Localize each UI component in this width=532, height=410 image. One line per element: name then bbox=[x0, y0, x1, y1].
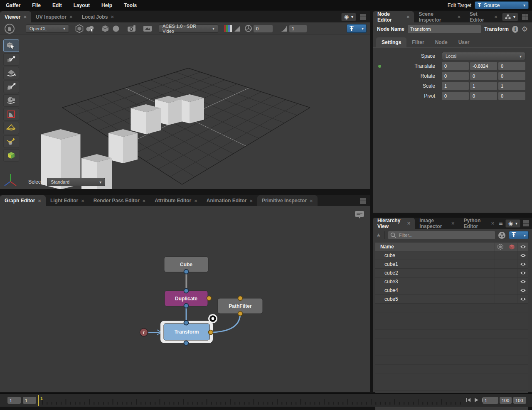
annotation-bubble-icon[interactable] bbox=[354, 210, 365, 219]
tab-light-editor[interactable]: Light Editor bbox=[46, 195, 89, 206]
visibility-toggle[interactable] bbox=[517, 260, 528, 268]
translate-y-field[interactable] bbox=[470, 62, 497, 70]
rotate-x-field[interactable] bbox=[442, 72, 469, 80]
space-dropdown[interactable]: Local bbox=[442, 52, 525, 60]
pivot-y-field[interactable] bbox=[470, 92, 497, 100]
range-end-field[interactable] bbox=[500, 397, 512, 404]
sphere-icon[interactable] bbox=[111, 24, 121, 34]
select-tool-icon[interactable] bbox=[3, 39, 19, 52]
tab-scene-inspector[interactable]: Scene Inspector bbox=[414, 11, 465, 22]
skip-to-start-icon[interactable] bbox=[465, 397, 471, 403]
menu-file[interactable]: File bbox=[26, 2, 47, 8]
hierarchy-pin-dropdown[interactable] bbox=[509, 231, 529, 239]
camera-drag-hand-icon[interactable] bbox=[5, 24, 15, 34]
tab-animation-editor[interactable]: Animation Editor bbox=[202, 195, 257, 206]
current-frame-field[interactable] bbox=[483, 397, 498, 404]
rotate-y-field[interactable] bbox=[470, 72, 497, 80]
close-tab-icon[interactable] bbox=[451, 221, 455, 226]
renderer-dropdown[interactable]: OpenGL bbox=[26, 25, 69, 33]
camera-tool-icon[interactable] bbox=[3, 94, 19, 107]
tab-graph-editor[interactable]: Graph Editor bbox=[0, 195, 46, 206]
viewport-3d[interactable]: Select Standard bbox=[0, 35, 370, 189]
close-tab-icon[interactable] bbox=[111, 14, 114, 20]
tab-image-inspector[interactable]: Image Inspector bbox=[415, 218, 459, 229]
subtab-node[interactable]: Node bbox=[430, 37, 453, 47]
hierarchy-row-cube5[interactable]: cube5 bbox=[375, 295, 528, 304]
drawing-mode-icon[interactable] bbox=[74, 24, 85, 34]
hierarchy-row-cube4[interactable]: cube4 bbox=[375, 286, 528, 295]
scale-z-field[interactable] bbox=[498, 82, 525, 90]
pin-scene-button[interactable] bbox=[341, 13, 356, 21]
tab-hierarchy-view[interactable]: Hierarchy View bbox=[373, 218, 415, 229]
layout-grid-icon[interactable] bbox=[360, 198, 366, 204]
name-column-header[interactable]: Name bbox=[375, 244, 495, 250]
info-icon[interactable] bbox=[512, 26, 518, 33]
translate-tool-icon[interactable] bbox=[3, 53, 19, 66]
light-position-tool-icon[interactable] bbox=[3, 135, 19, 148]
light-tool-icon[interactable] bbox=[3, 122, 19, 134]
hierarchy-row-cube3[interactable]: cube3 bbox=[375, 277, 528, 286]
playhead[interactable] bbox=[38, 395, 39, 406]
timeline-start-field[interactable] bbox=[7, 397, 21, 404]
visibility-column-header[interactable] bbox=[517, 243, 528, 251]
scene-view-cube-icon[interactable] bbox=[3, 149, 19, 162]
close-tab-icon[interactable] bbox=[23, 14, 27, 20]
scale-y-field[interactable] bbox=[470, 82, 497, 90]
visibility-toggle[interactable] bbox=[517, 295, 528, 303]
tab-python-editor[interactable]: Python Editor bbox=[459, 218, 499, 229]
close-tab-icon[interactable] bbox=[38, 198, 41, 204]
menu-edit[interactable]: Edit bbox=[47, 2, 68, 8]
visibility-toggle[interactable] bbox=[517, 269, 528, 277]
hierarchy-row-cube[interactable]: cube bbox=[375, 251, 528, 260]
layout-grid-icon[interactable] bbox=[522, 14, 528, 20]
scale-x-field[interactable] bbox=[442, 82, 469, 90]
timeline-frame-field[interactable] bbox=[23, 397, 36, 404]
hierarchy-row-cube1[interactable]: cube1 bbox=[375, 260, 528, 269]
menu-tools[interactable]: Tools bbox=[118, 2, 143, 8]
read-badge[interactable]: r bbox=[140, 329, 148, 336]
close-tab-icon[interactable] bbox=[406, 14, 410, 20]
menu-layout[interactable]: Layout bbox=[68, 2, 96, 8]
pin-scene-button[interactable] bbox=[505, 219, 520, 228]
close-tab-icon[interactable] bbox=[458, 14, 461, 20]
tab-primitive-inspector[interactable]: Primitive Inspector bbox=[257, 195, 318, 206]
rotate-z-field[interactable] bbox=[498, 72, 525, 80]
tab-attribute-editor[interactable]: Attribute Editor bbox=[150, 195, 202, 206]
menu-icon[interactable] bbox=[499, 220, 502, 227]
layout-grid-icon[interactable] bbox=[360, 14, 366, 20]
display-transform-dropdown[interactable]: ACES 1.0 - SDR Video bbox=[159, 25, 218, 33]
channels-icon[interactable] bbox=[224, 25, 232, 32]
edit-target-dropdown[interactable]: Source bbox=[475, 1, 529, 9]
close-tab-icon[interactable] bbox=[249, 198, 253, 204]
aperture-icon[interactable] bbox=[243, 24, 254, 34]
tab-uv-inspector[interactable]: UV Inspector bbox=[31, 11, 77, 22]
tab-viewer[interactable]: Viewer bbox=[0, 11, 31, 22]
close-tab-icon[interactable] bbox=[310, 198, 313, 204]
hierarchy-row-cube2[interactable]: cube2 bbox=[375, 269, 528, 277]
tab-set-editor[interactable]: Set Editor bbox=[465, 11, 502, 22]
expansion-cube-icon[interactable] bbox=[100, 24, 111, 34]
close-tab-icon[interactable] bbox=[407, 221, 411, 226]
translate-x-field[interactable] bbox=[442, 62, 469, 70]
timeline-ruler[interactable] bbox=[0, 394, 532, 407]
play-icon[interactable] bbox=[473, 397, 479, 403]
exposure-field[interactable] bbox=[254, 25, 273, 32]
close-tab-icon[interactable] bbox=[194, 198, 197, 204]
tab-render-pass-editor[interactable]: Render Pass Editor bbox=[89, 195, 150, 206]
node-set-button[interactable] bbox=[502, 13, 518, 21]
close-tab-icon[interactable] bbox=[491, 221, 495, 226]
shading-mode-icon[interactable] bbox=[85, 24, 96, 34]
close-tab-icon[interactable] bbox=[69, 14, 73, 20]
close-tab-icon[interactable] bbox=[81, 198, 84, 204]
expansion-column-header[interactable] bbox=[495, 243, 506, 251]
visibility-toggle[interactable] bbox=[517, 251, 528, 260]
pivot-z-field[interactable] bbox=[498, 92, 525, 100]
node-graph-canvas[interactable]: Cube Duplicate PathFilter Transform bbox=[0, 206, 370, 392]
rotate-tool-icon[interactable] bbox=[3, 67, 19, 79]
gamma-icon[interactable] bbox=[278, 24, 289, 34]
menu-gaffer[interactable]: Gaffer bbox=[0, 2, 26, 8]
node-name-field[interactable] bbox=[408, 25, 481, 33]
close-tab-icon[interactable] bbox=[494, 14, 498, 20]
visibility-toggle[interactable] bbox=[517, 277, 528, 286]
exposure-icon[interactable] bbox=[232, 24, 243, 34]
